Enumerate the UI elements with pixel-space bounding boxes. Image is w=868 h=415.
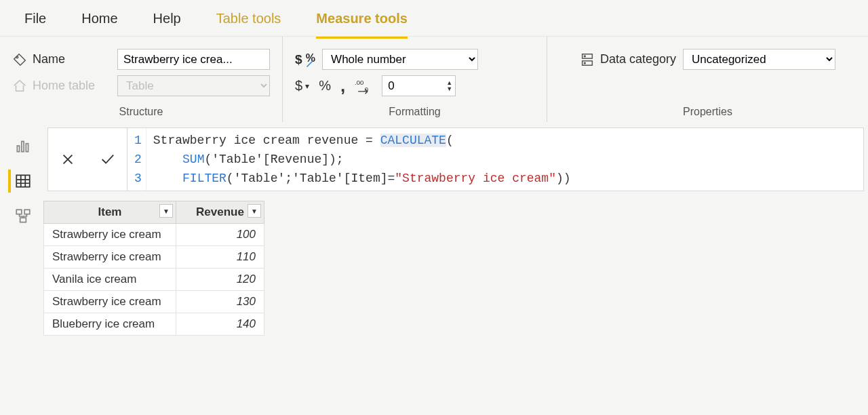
home-table-select[interactable]: Table [117,75,270,96]
nav-data-icon[interactable] [8,170,35,193]
svg-point-5 [584,56,585,57]
formatting-section-title: Formatting [295,106,534,118]
x-icon [60,152,75,167]
formula-editor[interactable]: 1 2 3 Strawberry ice cream revenue = CAL… [127,127,864,191]
format-select[interactable]: Whole number [322,49,478,70]
menu-table-tools[interactable]: Table tools [216,11,281,26]
menu-home[interactable]: Home [81,11,117,26]
menu-file[interactable]: File [24,11,46,26]
structure-section-title: Structure [12,106,270,118]
svg-rect-7 [17,146,19,152]
th-item[interactable]: Item ▼ [44,201,176,224]
spinner-down-icon[interactable]: ▼ [446,86,452,92]
name-label: Name [12,52,111,67]
currency-button[interactable]: $ ▾ [295,78,309,94]
table-row[interactable]: Strawberry ice cream130 [44,291,264,313]
data-category-label: Data category [580,52,676,67]
svg-rect-9 [26,144,28,152]
main-area: 1 2 3 Strawberry ice cream revenue = CAL… [0,122,868,336]
tag-icon [12,52,27,67]
percent-button[interactable]: % [319,78,331,94]
filter-icon[interactable]: ▼ [159,204,173,218]
formula-commit-button[interactable] [87,128,127,191]
ribbon-structure: Name Home table Table Structure [0,37,283,122]
decimals-input[interactable] [382,77,443,96]
thousands-button[interactable]: , [340,75,345,96]
svg-rect-12 [24,210,30,214]
name-input[interactable] [117,49,270,70]
svg-rect-11 [16,210,22,214]
formula-code[interactable]: Strawberry ice cream revenue = CALCULATE… [146,128,578,191]
menu-measure-tools[interactable]: Measure tools [316,11,407,39]
ribbon-formatting: $ % Whole number $ ▾ % , .00 .0 [283,37,547,122]
table-row[interactable]: Blueberry ice cream140 [44,313,264,336]
formula-bar: 1 2 3 Strawberry ice cream revenue = CAL… [47,127,864,191]
ribbon-properties: Data category Uncategorized Properties [547,37,868,122]
filter-icon[interactable]: ▼ [248,204,261,218]
home-table-label: Home table [12,79,111,94]
formula-cancel-button[interactable] [48,128,87,191]
svg-point-6 [584,62,585,64]
category-icon [580,52,595,67]
check-icon [98,152,116,167]
menu-help[interactable]: Help [153,11,181,26]
table-row[interactable]: Vanila ice cream120 [44,269,264,291]
decimals-icon[interactable]: .00 .0 [355,78,372,94]
top-menu: File Home Help Table tools Measure tools [0,0,868,36]
svg-rect-10 [16,175,30,186]
format-icon-label: $ % [295,52,315,67]
ribbon: Name Home table Table Structure $ % [0,36,868,122]
side-nav [0,122,43,336]
pencil-icon [306,60,314,68]
svg-point-0 [16,56,18,58]
svg-text:.00: .00 [355,79,363,86]
nav-model-icon[interactable] [8,205,35,228]
svg-rect-8 [22,142,24,152]
table-row[interactable]: Strawberry ice cream110 [44,246,264,269]
table-row[interactable]: Strawberry ice cream100 [44,224,264,246]
nav-report-icon[interactable] [8,134,35,157]
data-table: Item ▼ Revenue ▼ Strawberry ice cream100… [43,201,264,336]
content-pane: 1 2 3 Strawberry ice cream revenue = CAL… [43,122,868,336]
th-revenue[interactable]: Revenue ▼ [176,201,264,224]
home-icon [12,79,27,94]
line-gutter: 1 2 3 [127,128,146,191]
svg-text:.0: .0 [363,85,368,92]
svg-rect-13 [20,218,26,222]
data-category-select[interactable]: Uncategorized [683,49,835,70]
properties-section-title: Properties [559,106,856,118]
decimals-spinner[interactable]: ▲ ▼ [382,75,456,96]
